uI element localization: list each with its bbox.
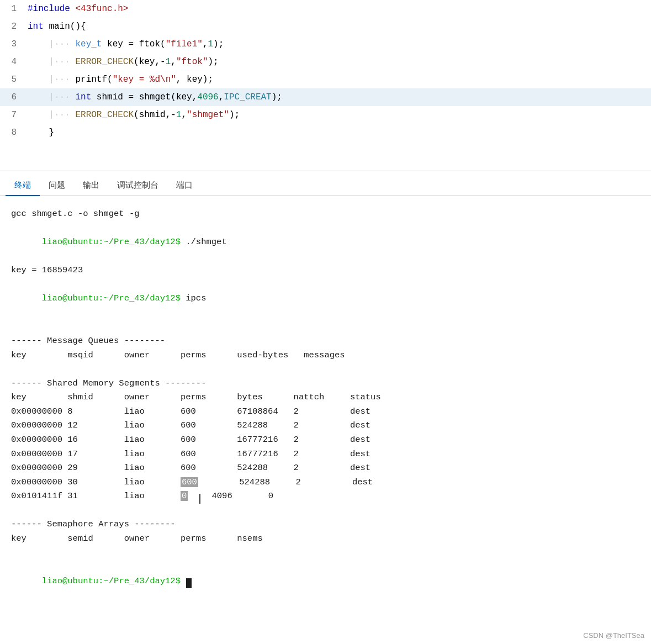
terminal-cursor xyxy=(186,578,192,588)
shm-row-1: 0x00000000 12 liao 600 524288 2 dest xyxy=(11,419,640,433)
tab-problems[interactable]: 问题 xyxy=(40,176,74,196)
shm-row-3: 0x00000000 17 liao 600 16777216 2 dest xyxy=(11,447,640,462)
tab-terminal[interactable]: 终端 xyxy=(6,176,40,196)
code-line-7: 7 |··· ERROR_CHECK(shmid,-1,"shmget"); xyxy=(0,106,651,124)
empty-line-3 xyxy=(11,504,640,518)
compile-command: gcc shmget.c -o shmget -g xyxy=(11,207,640,221)
msg-queues-header: ------ Message Queues -------- xyxy=(11,334,640,349)
shm-row-6: 0x0101411f 31 liao 0 4096 0 xyxy=(11,489,640,504)
code-line-2: 2 int main(){ xyxy=(0,18,651,35)
shm-row-2: 0x00000000 16 liao 600 16777216 2 dest xyxy=(11,433,640,447)
sem-header: ------ Semaphore Arrays -------- xyxy=(11,518,640,532)
tab-bar: 终端 问题 输出 调试控制台 端口 xyxy=(0,171,651,196)
code-line-6: 6 |··· int shmid = shmget(key,4096,IPC_C… xyxy=(0,88,651,106)
empty-line-2 xyxy=(11,362,640,377)
sem-cols: key semid owner perms nsems xyxy=(11,532,640,546)
tab-port[interactable]: 端口 xyxy=(167,176,202,196)
shm-row-4: 0x00000000 29 liao 600 524288 2 dest xyxy=(11,461,640,476)
shm-row-5: 0x00000000 30 liao 600 524288 2 dest xyxy=(11,476,640,490)
watermark: CSDN @TheITSea xyxy=(583,631,644,640)
shm-header: ------ Shared Memory Segments -------- xyxy=(11,377,640,391)
terminal-panel: 终端 问题 输出 调试控制台 端口 gcc shmget.c -o shmget… xyxy=(0,171,651,644)
code-line-5: 5 |··· printf("key = %d\n", key); xyxy=(0,71,651,88)
tab-debug-console[interactable]: 调试控制台 xyxy=(108,176,167,196)
code-line-8: 8 } xyxy=(0,124,651,141)
code-editor: 1 #include <43func.h> 2 int main(){ 3 |·… xyxy=(0,0,651,171)
shm-cols: key shmid owner perms bytes nattch statu… xyxy=(11,390,640,405)
empty-line-4 xyxy=(11,546,640,561)
final-prompt: liao@ubuntu:~/Pre_43/day12$ xyxy=(11,560,640,603)
empty-line-1 xyxy=(11,320,640,335)
key-output: key = 16859423 xyxy=(11,263,640,278)
shm-row-0: 0x00000000 8 liao 600 67108864 2 dest xyxy=(11,405,640,419)
code-line-1: 1 #include <43func.h> xyxy=(0,0,651,18)
code-line-3: 3 |··· key_t key = ftok("file1",1); xyxy=(0,35,651,53)
run-command-line: liao@ubuntu:~/Pre_43/day12$ ./shmget xyxy=(11,221,640,264)
terminal-output: gcc shmget.c -o shmget -g liao@ubuntu:~/… xyxy=(0,196,651,644)
tab-output[interactable]: 输出 xyxy=(74,176,108,196)
code-line-4: 4 |··· ERROR_CHECK(key,-1,"ftok"); xyxy=(0,53,651,71)
ipcs-command-line: liao@ubuntu:~/Pre_43/day12$ ipcs xyxy=(11,278,640,320)
msg-queues-cols: key msqid owner perms used-bytes message… xyxy=(11,349,640,363)
